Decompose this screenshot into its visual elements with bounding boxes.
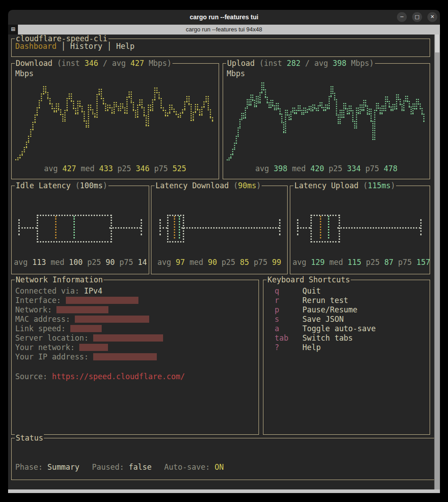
latency-download-stats: avg 97 med 90 p25 85 p75 99 — [151, 258, 287, 267]
network-info-content: Connected via: IPv4 Interface: Network: … — [15, 286, 185, 381]
phase-value: Summary — [47, 463, 80, 472]
status-content: Phase: SummaryPaused: falseAuto-save: ON… — [15, 444, 345, 489]
maximize-button[interactable]: □ — [412, 12, 422, 22]
latency-download-panel: Latency Download (90ms) avg 97 med 90 p2… — [151, 186, 288, 274]
network-row-server-location: Server location: — [15, 333, 185, 343]
minimize-button[interactable]: − — [397, 12, 407, 22]
network-row-connected-via: Connected via: IPv4 — [15, 286, 185, 296]
cloudflare-speed-link[interactable]: https://speed.cloudflare.com/ — [52, 372, 185, 381]
shortcut-switch-tabs: tabSwitch tabs — [267, 333, 428, 343]
latency-download-boxplot — [154, 201, 284, 255]
redacted-server-location-value — [93, 334, 163, 342]
network-row-network: Network: — [15, 305, 185, 315]
shortcut-pause-resume: pPause/Resume — [267, 305, 428, 315]
tab-separator: │ — [103, 42, 116, 51]
keyboard-shortcuts-list: qQuit rRerun test pPause/Resume sSave JS… — [267, 286, 428, 352]
terminal-window: cargo run --features tui − □ ✕ ⊞ cargo r… — [8, 10, 440, 493]
keyboard-shortcuts-panel: Keyboard Shortcuts qQuit rRerun test pPa… — [263, 280, 430, 435]
latency-upload-title: Latency Upload (115ms) — [293, 181, 396, 190]
download-panel: Download (inst 346 / avg 427 Mbps) Mbps … — [11, 63, 219, 179]
terminal-tab-title: cargo run --features tui 94x48 — [8, 26, 440, 33]
redacted-link-speed-value — [70, 325, 102, 332]
upload-y-axis-label: Mbps — [227, 69, 245, 78]
download-panel-title: Download (inst 346 / avg 427 Mbps) — [15, 59, 172, 68]
latency-upload-stats: avg 129 med 115 p25 87 p75 157 — [293, 258, 430, 267]
idle-latency-boxplot — [14, 201, 146, 255]
connected-via-value: IPv4 — [84, 286, 103, 295]
upload-panel-title: Upload (inst 282 / avg 398 Mbps) — [226, 59, 375, 68]
status-row-phase: Phase: SummaryPaused: falseAuto-save: ON — [15, 463, 345, 472]
maximize-icon: □ — [415, 14, 419, 20]
network-row-your-network: Your network: — [15, 343, 185, 352]
idle-latency-panel: Idle Latency (100ms) avg 113 med 100 p25… — [11, 186, 149, 274]
network-row-link-speed: Link speed: — [15, 324, 185, 333]
tab-help[interactable]: Help — [116, 42, 134, 51]
tab-dashboard[interactable]: Dashboard — [15, 42, 56, 51]
upload-panel: Upload (inst 282 / avg 398 Mbps) Mbps av… — [223, 63, 430, 179]
window-titlebar[interactable]: cargo run --features tui − □ ✕ — [8, 10, 440, 25]
upload-sparkline-chart — [227, 80, 425, 161]
latency-download-title: Latency Download (90ms) — [155, 181, 262, 190]
network-row-your-ip: Your IP address: — [15, 352, 185, 362]
network-row-interface: Interface: — [15, 296, 185, 305]
status-title: Status — [15, 433, 44, 442]
idle-latency-stats: avg 113 med 100 p25 90 p75 14 — [14, 258, 149, 267]
app-frame: cloudflare-speed-cli Dashboard │ History… — [11, 39, 430, 57]
status-panel: Status Phase: SummaryPaused: falseAuto-s… — [11, 438, 435, 480]
tab-separator: │ — [56, 42, 70, 51]
close-icon: ✕ — [430, 14, 434, 20]
network-info-title: Network Information — [15, 275, 103, 284]
download-sparkline-chart — [15, 80, 214, 161]
redacted-network-value — [56, 306, 108, 313]
close-button[interactable]: ✕ — [427, 12, 437, 22]
download-stats: avg 427 med 433 p25 346 p75 525 — [12, 164, 219, 173]
autosave-value: ON — [215, 463, 224, 472]
minimize-icon: − — [400, 14, 404, 20]
window-title: cargo run --features tui — [8, 13, 440, 21]
keyboard-shortcuts-title: Keyboard Shortcuts — [267, 275, 351, 284]
shortcut-toggle-autosave: aToggle auto-save — [267, 324, 428, 333]
redacted-your-ip-value — [93, 353, 157, 360]
redacted-interface-value — [66, 297, 138, 304]
terminal-tab-bar: ⊞ cargo run --features tui 94x48 — [8, 25, 440, 35]
paused-value: false — [129, 463, 151, 472]
tab-strip: Dashboard │ History │ Help — [15, 42, 134, 51]
shortcut-quit: qQuit — [267, 286, 428, 296]
network-row-source: Source: https://speed.cloudflare.com/ — [15, 372, 185, 381]
window-bottom-edge — [8, 489, 440, 493]
download-y-axis-label: Mbps — [15, 69, 34, 78]
terminal-screen: cloudflare-speed-cli Dashboard │ History… — [8, 35, 440, 489]
redacted-mac-value — [75, 316, 149, 323]
idle-latency-title: Idle Latency (100ms) — [15, 181, 108, 190]
shortcut-help: ?Help — [267, 343, 428, 352]
latency-upload-boxplot — [293, 201, 427, 255]
shortcut-rerun: rRerun test — [267, 296, 428, 305]
scrollbar-thumb[interactable] — [435, 35, 439, 52]
tab-history[interactable]: History — [70, 42, 103, 51]
network-row-mac: MAC address: — [15, 315, 185, 324]
terminal-scrollbar[interactable] — [434, 35, 440, 489]
shortcut-save-json: sSave JSON — [267, 315, 428, 324]
upload-stats: avg 398 med 420 p25 334 p75 478 — [223, 164, 430, 173]
latency-upload-panel: Latency Upload (115ms) avg 129 med 115 p… — [290, 186, 430, 274]
network-info-panel: Network Information Connected via: IPv4 … — [11, 280, 259, 435]
redacted-your-network-value — [79, 344, 108, 351]
